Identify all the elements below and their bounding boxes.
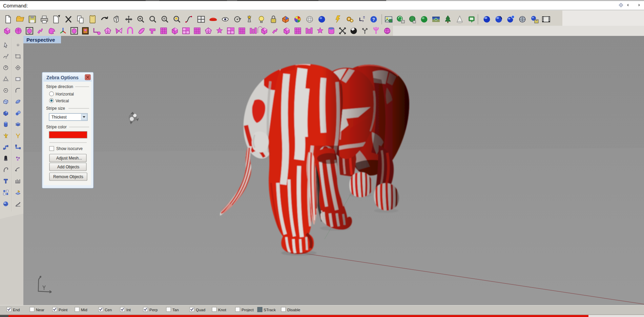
svg-text:Near: Near [36, 308, 44, 312]
svg-text:Add Objects: Add Objects [57, 165, 79, 169]
svg-text:Show isocurve: Show isocurve [56, 146, 83, 151]
svg-text:Adjust Mesh...: Adjust Mesh... [56, 156, 82, 161]
svg-text:Thickest: Thickest [51, 115, 67, 120]
svg-text:Int: Int [126, 308, 131, 312]
svg-text:Cen: Cen [105, 308, 112, 312]
svg-text:Mid: Mid [81, 308, 87, 312]
svg-text:Point: Point [59, 308, 68, 312]
svg-text:Zebra Options: Zebra Options [46, 75, 79, 80]
svg-text:Tan: Tan [172, 308, 179, 312]
svg-text:Disable: Disable [287, 308, 300, 312]
svg-text:End: End [13, 308, 20, 312]
svg-text:Command:: Command: [3, 3, 28, 8]
svg-text:Horizontal: Horizontal [56, 92, 74, 97]
svg-text:Quad: Quad [196, 308, 205, 312]
svg-text:Vertical: Vertical [56, 99, 69, 103]
svg-text:STrack: STrack [264, 308, 276, 312]
svg-text:Stripe size: Stripe size [46, 106, 65, 111]
svg-text:Stripe color: Stripe color [46, 125, 67, 129]
svg-text:Perp: Perp [149, 308, 158, 312]
svg-text:L,: L, [359, 16, 363, 22]
svg-text:Stripe direction: Stripe direction [46, 84, 73, 89]
svg-text:Project: Project [242, 308, 254, 312]
svg-text:?: ? [372, 17, 375, 22]
svg-text:Perspective: Perspective [26, 37, 55, 43]
svg-text:Knot: Knot [218, 308, 226, 312]
svg-text:Remove Objects: Remove Objects [53, 174, 83, 179]
